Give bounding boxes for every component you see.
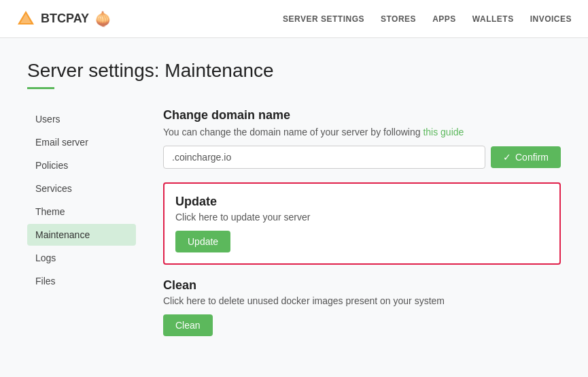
update-section-title: Update (175, 195, 549, 209)
nav-server-settings[interactable]: SERVER SETTINGS (283, 14, 364, 24)
domain-row: ✓ Confirm (163, 146, 561, 169)
clean-section-title: Clean (163, 278, 561, 293)
sidebar-item-services[interactable]: Services (27, 178, 136, 199)
content-layout: Users Email server Policies Services The… (27, 108, 561, 336)
clean-button[interactable]: Clean (163, 314, 213, 336)
update-section: Update Click here to update your server … (163, 182, 561, 265)
sidebar-item-files[interactable]: Files (27, 270, 136, 292)
title-underline (27, 87, 54, 89)
logo-text: BTCPAY (41, 12, 89, 26)
sidebar-item-policies[interactable]: Policies (27, 154, 136, 176)
nav-invoices[interactable]: INVOICES (530, 14, 572, 24)
domain-section: Change domain name You can change the do… (163, 108, 561, 169)
clean-section-desc: Click here to delete unused docker image… (163, 295, 561, 306)
domain-input[interactable] (163, 146, 485, 169)
clean-section: Clean Click here to delete unused docker… (163, 278, 561, 336)
update-section-desc: Click here to update your server (175, 212, 549, 223)
sidebar-item-email-server[interactable]: Email server (27, 131, 136, 153)
tor-icon: 🧅 (94, 11, 111, 27)
confirm-checkmark-icon: ✓ (503, 152, 511, 163)
sidebar-item-theme[interactable]: Theme (27, 201, 136, 223)
sidebar-item-maintenance[interactable]: Maintenance (27, 224, 136, 246)
main-content: Change domain name You can change the do… (163, 108, 561, 336)
nav-links: SERVER SETTINGS STORES APPS WALLETS INVO… (283, 14, 572, 24)
header: BTCPAY 🧅 SERVER SETTINGS STORES APPS WAL… (0, 0, 588, 38)
nav-apps[interactable]: APPS (432, 14, 456, 24)
nav-stores[interactable]: STORES (381, 14, 416, 24)
page-container: Server settings: Maintenance Users Email… (0, 38, 588, 358)
sidebar-item-logs[interactable]: Logs (27, 247, 136, 269)
update-button[interactable]: Update (175, 231, 230, 252)
domain-section-desc: You can change the domain name of your s… (163, 127, 561, 137)
confirm-button[interactable]: ✓ Confirm (491, 146, 561, 168)
sidebar-item-users[interactable]: Users (27, 108, 136, 130)
this-guide-link[interactable]: this guide (423, 127, 464, 137)
sidebar: Users Email server Policies Services The… (27, 108, 136, 336)
page-title: Server settings: Maintenance (27, 60, 561, 82)
btcpay-logo-icon (16, 10, 35, 29)
domain-section-title: Change domain name (163, 108, 561, 122)
logo-area: BTCPAY 🧅 (16, 10, 111, 29)
nav-wallets[interactable]: WALLETS (472, 14, 514, 24)
